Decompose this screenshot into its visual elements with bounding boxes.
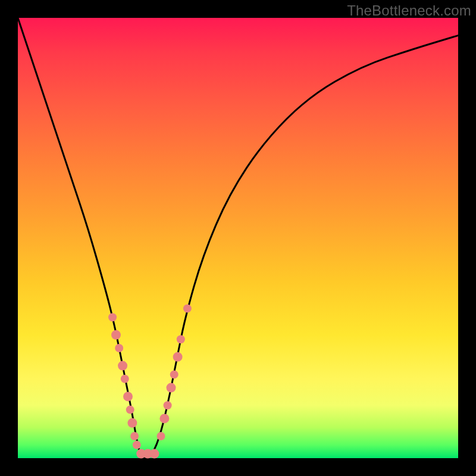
marker-point	[159, 414, 169, 423]
bottleneck-curve-svg	[18, 18, 458, 458]
marker-point	[167, 383, 176, 393]
marker-point	[115, 344, 123, 352]
marker-point	[111, 330, 121, 340]
marker-point	[133, 441, 141, 449]
highlighted-points	[108, 304, 192, 458]
marker-point	[123, 392, 133, 401]
marker-point	[173, 352, 183, 362]
marker-point	[177, 335, 185, 343]
marker-point	[183, 304, 192, 312]
marker-point	[108, 313, 117, 321]
plot-area	[18, 18, 458, 458]
marker-point	[149, 449, 159, 459]
marker-point	[164, 401, 172, 409]
bottleneck-curve	[18, 18, 458, 458]
marker-point	[118, 361, 127, 371]
marker-point	[157, 432, 165, 440]
marker-point	[130, 432, 139, 440]
marker-point	[121, 375, 129, 383]
marker-point	[126, 406, 134, 414]
watermark-text: TheBottleneck.com	[347, 2, 471, 19]
chart-frame: TheBottleneck.com	[0, 0, 476, 476]
marker-point	[127, 418, 137, 428]
marker-point	[170, 370, 178, 378]
